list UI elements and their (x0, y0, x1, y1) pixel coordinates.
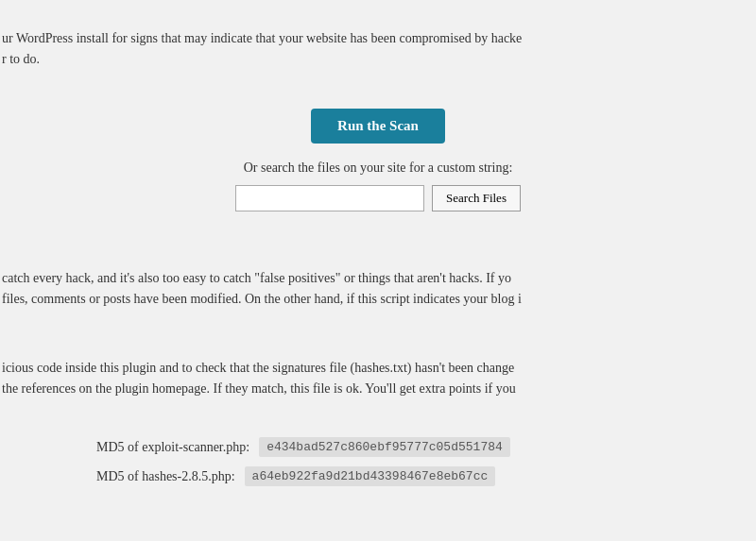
md5-exploit-label: MD5 of exploit-scanner.php: (96, 440, 249, 455)
spacer2 (0, 330, 756, 348)
search-input[interactable] (235, 185, 424, 211)
info-text: icious code inside this plugin and to ch… (2, 358, 754, 400)
md5-hashes-value: a64eb922fa9d21bd43398467e8eb67cc (245, 466, 496, 486)
info-section: icious code inside this plugin and to ch… (0, 348, 756, 410)
warning-section: catch every hack, and it's also too easy… (0, 259, 756, 320)
md5-section: MD5 of exploit-scanner.php: e434bad527c8… (0, 428, 756, 505)
md5-hashes-label: MD5 of hashes-2.8.5.php: (96, 469, 235, 484)
search-files-button[interactable]: Search Files (432, 185, 521, 211)
top-section: ur WordPress install for signs that may … (0, 19, 756, 109)
search-section: Or search the files on your site for a c… (0, 161, 756, 211)
search-row: Search Files (0, 185, 756, 211)
intro-text: ur WordPress install for signs that may … (0, 28, 756, 71)
warning-text: catch every hack, and it's also too easy… (2, 268, 754, 311)
scan-button-container: Run the Scan (0, 109, 756, 144)
search-label: Or search the files on your site for a c… (0, 161, 756, 176)
md5-exploit-value: e434bad527c860ebf95777c05d551784 (259, 437, 510, 457)
page-wrapper: ur WordPress install for signs that may … (0, 0, 756, 524)
md5-hashes-row: MD5 of hashes-2.8.5.php: a64eb922fa9d21b… (2, 466, 754, 486)
md5-exploit-row: MD5 of exploit-scanner.php: e434bad527c8… (2, 437, 754, 457)
spacer1 (0, 230, 756, 259)
run-scan-button[interactable]: Run the Scan (311, 109, 445, 144)
